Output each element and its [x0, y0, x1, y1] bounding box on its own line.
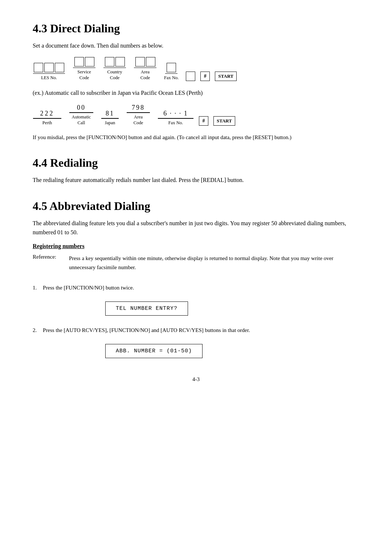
ex-les-group: 222 Perth — [33, 110, 62, 126]
ex-les-label: Perth — [42, 120, 52, 126]
section-abbreviated-dialing: 4.5 Abbreviated Dialing The abbreviated … — [33, 199, 359, 362]
step-1: 1. Press the [FUNCTION/NO] button twice. — [33, 283, 359, 292]
ex-area-group: 798 AreaCode — [126, 104, 150, 126]
step-2-num: 2. — [33, 326, 40, 335]
les-label: LES No. — [41, 75, 57, 81]
reference-body: Press a key sequentially within one minu… — [69, 254, 359, 272]
ex-fax-val: 6 · · · 1 — [163, 110, 188, 118]
les-box-3 — [55, 63, 64, 72]
page-number: 4-3 — [33, 376, 359, 382]
step-2: 2. Press the [AUTO RCV/YES], [FUNCTION/N… — [33, 326, 359, 335]
country-box-1 — [105, 57, 114, 66]
ex-service-group: 00 AutomaticCall — [69, 104, 94, 126]
section-43-title: 4.3 Direct Dialing — [33, 22, 359, 35]
area-label: AreaCode — [140, 69, 150, 81]
step-1-num: 1. — [33, 283, 40, 292]
reference-label-text: Reference: — [33, 254, 69, 278]
step-2-text: Press the [AUTO RCV/YES], [FUNCTION/NO] … — [43, 326, 250, 335]
country-code-group: CountryCode — [103, 57, 126, 81]
ex-area-label: AreaCode — [134, 114, 143, 126]
ex-country-label: Japan — [105, 120, 115, 126]
registering-numbers-title: Registering numbers — [33, 243, 359, 250]
service-code-group: ServiceCode — [73, 57, 96, 81]
ex-area-val: 798 — [132, 104, 145, 112]
blank-dial-diagram: LES No. ServiceCode Countr — [33, 57, 359, 81]
ex-service-label: AutomaticCall — [72, 114, 91, 126]
hash-group: # — [200, 72, 210, 81]
display-box-2: ABB. NUMBER = (01-50) — [105, 344, 203, 358]
fax-box-1 — [167, 63, 176, 72]
section-44-title: 4.4 Redialing — [33, 156, 359, 170]
service-label: ServiceCode — [77, 69, 91, 81]
les-box-1 — [34, 63, 43, 72]
ex-hash-group: # — [199, 116, 208, 126]
area-code-group: AreaCode — [134, 57, 157, 81]
section-redialing: 4.4 Redialing The redialing feature auto… — [33, 156, 359, 185]
example-intro: (ex.) Automatic call to subscriber in Ja… — [33, 88, 359, 98]
section-44-body: The redialing feature automatically redi… — [33, 175, 359, 185]
section-45-body: The abbreviated dialing feature lets you… — [33, 219, 359, 237]
ex-country-group: 81 Japan — [101, 110, 119, 126]
area-box-1 — [135, 57, 145, 66]
extra-box-group — [186, 72, 195, 81]
section-43-intro: Set a document face down. Then dial numb… — [33, 41, 359, 50]
hash-box: # — [200, 72, 210, 81]
les-no-group: LES No. — [33, 63, 65, 81]
misdial-note: If you misdial, press the [FUNCTION/NO] … — [33, 133, 359, 142]
extra-box — [186, 72, 195, 81]
display-box-1-container: TEL NUMBER ENTRY? — [33, 298, 359, 319]
ex-country-val: 81 — [106, 110, 114, 118]
service-box-1 — [74, 57, 84, 66]
service-box-2 — [85, 57, 94, 66]
fax-no-group: Fax No. — [164, 63, 179, 81]
country-box-2 — [115, 57, 125, 66]
step-1-text: Press the [FUNCTION/NO] button twice. — [43, 283, 134, 292]
start-box: START — [215, 72, 237, 81]
fax-label: Fax No. — [164, 75, 179, 81]
example-dial-diagram: 222 Perth 00 AutomaticCall 81 Japan — [33, 104, 359, 126]
section-direct-dialing: 4.3 Direct Dialing Set a document face d… — [33, 22, 359, 142]
ex-start-box: START — [213, 116, 235, 126]
country-label: CountryCode — [107, 69, 122, 81]
section-45-title: 4.5 Abbreviated Dialing — [33, 199, 359, 213]
ex-fax-group: 6 · · · 1 Fax No. — [158, 110, 194, 126]
display-box-2-container: ABB. NUMBER = (01-50) — [33, 340, 359, 362]
reference-row: Reference: Press a key sequentially with… — [33, 254, 359, 278]
les-box-2 — [44, 63, 54, 72]
ex-service-val: 00 — [77, 104, 86, 112]
ex-hash-box: # — [199, 116, 208, 126]
display-box-1: TEL NUMBER ENTRY? — [105, 301, 188, 316]
ex-les-val: 222 — [40, 110, 54, 118]
area-box-2 — [146, 57, 155, 66]
ex-fax-label: Fax No. — [168, 120, 183, 126]
